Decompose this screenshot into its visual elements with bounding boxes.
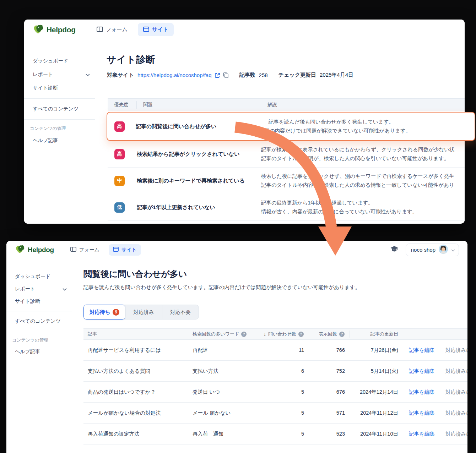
- updated-date: 2024年11月10日: [350, 431, 400, 437]
- sidebar-item-all-contents[interactable]: すべてのコンテンツ: [6, 315, 72, 327]
- copy-icon[interactable]: [223, 72, 229, 78]
- nav-item-site[interactable]: サイト: [109, 244, 141, 256]
- sidebar-item-label: ダッシュボード: [15, 273, 50, 280]
- inquiry-count: 6: [252, 368, 309, 374]
- search-keyword: メール 届かない: [188, 410, 252, 416]
- issue-table-row: 商品の発送日はいつですか？ 発送日 いつ 5 676 2024年12月14日 記…: [83, 382, 467, 403]
- inquiry-count: 5: [252, 431, 309, 437]
- tab-label: 対応済み: [133, 309, 154, 316]
- sidebar-divider: [6, 331, 72, 331]
- mark-resolved-link[interactable]: 対応済みにする: [445, 389, 467, 395]
- sidebar: ダッシュボード レポート サイト診断 すべてのコンテンツ コンテンツの管理 ヘル…: [6, 259, 72, 453]
- brand-name: Helpdog: [47, 26, 76, 34]
- issue-table-row: メールが届かない場合の対処法 メール 届かない 5 571 2024年11月12…: [83, 403, 467, 424]
- edit-article-link[interactable]: 記事を編集: [409, 347, 435, 354]
- check-updated-label: チェック更新日: [278, 72, 316, 78]
- nav-item-form[interactable]: フォーム: [91, 23, 133, 36]
- column-header-actions: [400, 331, 467, 338]
- tab-resolved[interactable]: 対応済み: [125, 305, 162, 319]
- inquiry-count: 5: [252, 389, 309, 395]
- explanation-line: 記事の内容だけでは問題が解決できていない可能性があります。: [259, 126, 475, 135]
- mark-resolved-link[interactable]: 対応済みにする: [445, 431, 467, 437]
- sidebar-item-label: すべてのコンテンツ: [15, 318, 61, 324]
- issue-page-subtitle: 記事を読んだ後も問い合わせが多く発生しています。記事の内容だけでは問題が解決でき…: [83, 284, 360, 291]
- search-keyword: 再入荷 通知: [188, 431, 252, 437]
- explanation-line: 情報が古く、内容が最新の状況に合っていない可能性があります。: [261, 207, 465, 216]
- brand-logo[interactable]: Helpdog: [33, 24, 76, 36]
- edit-article-link[interactable]: 記事を編集: [409, 431, 435, 437]
- form-icon: [97, 27, 103, 33]
- external-link-icon[interactable]: [215, 72, 220, 78]
- issue-page-title: 閲覧後に問い合わせが多い: [83, 268, 187, 280]
- academy-graduation-cap-icon[interactable]: [390, 246, 399, 254]
- helpdog-dog-icon: [33, 24, 43, 36]
- sidebar-item-label: レポート: [15, 286, 35, 292]
- mark-resolved-link[interactable]: 対応済みにする: [445, 347, 467, 354]
- updated-date: 2024年11月12日: [350, 410, 400, 416]
- sidebar-item-report[interactable]: レポート: [24, 68, 95, 81]
- help-icon[interactable]: ?: [241, 332, 247, 337]
- issue-detail-window: Helpdog フォーム サイト noco shop: [6, 241, 467, 453]
- sidebar-item-site-diagnosis[interactable]: サイト診断: [6, 295, 72, 307]
- mark-resolved-link[interactable]: 対応済みにする: [445, 368, 467, 375]
- target-site-link[interactable]: https://helpdog.ai/nocoshop/faq: [137, 72, 212, 78]
- sidebar-item-all-contents[interactable]: すべてのコンテンツ: [24, 102, 95, 116]
- tab-label: 対応待ち: [90, 309, 110, 316]
- column-header-article: 記事: [83, 331, 188, 338]
- column-header-inquiries[interactable]: ↓問い合わせ数?: [252, 331, 309, 338]
- priority-badge-high: 高: [114, 121, 125, 132]
- sidebar-item-dashboard[interactable]: ダッシュボード: [24, 54, 95, 68]
- sidebar-item-help-articles[interactable]: ヘルプ記事: [24, 134, 95, 147]
- updated-date: 2024年12月14日: [350, 389, 400, 395]
- explanation-line: 記事のタイトルや説明が、検索した人の関心を引いていない可能性があります。: [261, 154, 465, 163]
- site-meta-row: 対象サイト https://helpdog.ai/nocoshop/faq 記事…: [107, 72, 353, 78]
- diagnosis-row[interactable]: 低 記事が1年以上更新されていない 記事の最終更新から1年以上が経過しています。…: [108, 194, 465, 221]
- search-keyword: 再配達: [188, 347, 252, 354]
- account-name: noco shop: [411, 247, 436, 253]
- help-icon[interactable]: ?: [298, 332, 304, 337]
- sidebar-item-label: レポート: [33, 71, 53, 78]
- sidebar-item-help-articles[interactable]: ヘルプ記事: [6, 345, 72, 358]
- inquiry-count: 5: [252, 410, 309, 416]
- edit-article-link[interactable]: 記事を編集: [409, 368, 435, 375]
- issue-title: 検索後に別のキーワードで再検索されている: [137, 178, 261, 184]
- view-count: 766: [309, 347, 350, 353]
- diagnosis-row-highlighted[interactable]: 高 記事の閲覧後に問い合わせが多い 記事を読んだ後も問い合わせが多く発生していま…: [107, 112, 475, 141]
- nav-item-form[interactable]: フォーム: [66, 244, 104, 256]
- chevron-down-icon: [451, 247, 455, 253]
- help-icon[interactable]: ?: [339, 332, 345, 337]
- sidebar-item-dashboard[interactable]: ダッシュボード: [6, 270, 72, 283]
- explanation-line: 記事が検索結果に表示されているにもかかわらず、クリックされる回数が少ない状: [261, 145, 465, 154]
- tab-no-action[interactable]: 対応不要: [162, 305, 199, 319]
- diagnosis-row[interactable]: 中 検索後に別のキーワードで再検索されている 検索した後に記事をクリックせず、別…: [108, 168, 465, 194]
- sidebar-item-label: サイト診断: [15, 298, 40, 305]
- account-menu[interactable]: noco shop: [406, 244, 459, 256]
- edit-article-link[interactable]: 記事を編集: [409, 410, 435, 416]
- article-count-label: 記事数: [239, 72, 255, 78]
- column-header-priority: 優先度: [108, 101, 137, 109]
- edit-article-link[interactable]: 記事を編集: [409, 389, 435, 395]
- diagnosis-row[interactable]: 高 検索結果から記事がクリックされていない 記事が検索結果に表示されているにもか…: [108, 141, 465, 168]
- nav-item-site-label: サイト: [121, 247, 137, 253]
- sidebar-item-report[interactable]: レポート: [6, 283, 72, 295]
- priority-badge-medium: 中: [114, 176, 125, 186]
- nav-item-site[interactable]: サイト: [138, 23, 174, 36]
- tab-pending[interactable]: 対応待ち 9: [83, 305, 125, 320]
- brand-logo[interactable]: Helpdog: [15, 244, 54, 255]
- avatar: [439, 245, 448, 255]
- article-title: 支払い方法のよくある質問: [83, 368, 188, 375]
- app-header: Helpdog フォーム サイト: [24, 20, 465, 40]
- target-site-label: 対象サイト: [107, 72, 134, 78]
- issue-title: 検索結果から記事がクリックされていない: [137, 151, 261, 158]
- article-title: 商品の発送日はいつですか？: [83, 389, 188, 395]
- sidebar-divider: [6, 311, 72, 311]
- sidebar-item-site-diagnosis[interactable]: サイト診断: [24, 81, 95, 95]
- nav-item-site-label: サイト: [152, 26, 168, 33]
- column-header-updated: 記事の更新日: [350, 331, 400, 338]
- diagnosis-table-header: 優先度 問題 解説: [108, 98, 465, 111]
- nav-item-form-label: フォーム: [79, 247, 99, 253]
- app-header: Helpdog フォーム サイト noco shop: [6, 241, 467, 259]
- article-title: 再入荷通知の設定方法: [83, 431, 188, 437]
- mark-resolved-link[interactable]: 対応済みにする: [445, 410, 467, 416]
- column-header-views[interactable]: 表示回数?: [309, 331, 350, 338]
